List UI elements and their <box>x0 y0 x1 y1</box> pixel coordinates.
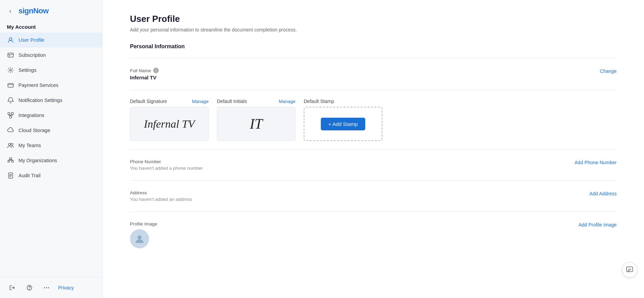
manage-initials-link[interactable]: Manage <box>279 99 295 104</box>
svg-point-0 <box>9 38 12 40</box>
default-stamp-box: + Add Stamp <box>304 107 382 141</box>
sidebar-item-label: Payment Services <box>18 82 58 88</box>
change-name-link[interactable]: Change <box>600 68 617 74</box>
payment-services-icon <box>7 81 14 89</box>
sidebar-item-cloud-storage[interactable]: Cloud Storage <box>0 123 102 138</box>
full-name-info: Full Name i Infernal TV <box>130 68 159 80</box>
divider-3 <box>130 149 617 150</box>
svg-rect-6 <box>11 113 13 115</box>
sidebar-item-label: Cloud Storage <box>18 128 50 133</box>
svg-point-16 <box>46 287 47 288</box>
sidebar-item-subscription[interactable]: Subscription <box>0 48 102 63</box>
user-profile-icon <box>7 36 14 44</box>
svg-rect-7 <box>10 116 12 118</box>
my-organizations-icon <box>7 157 14 164</box>
sidebar-item-user-profile[interactable]: User Profile <box>0 33 102 48</box>
profile-image-label: Profile Image <box>130 221 157 226</box>
subscription-icon <box>7 51 14 59</box>
default-signature-label: Default Signature <box>130 99 167 104</box>
address-empty: You haven't added an address <box>130 197 192 202</box>
audit-trail-icon <box>7 172 14 179</box>
main-content: User Profile Add your personal informati… <box>103 0 644 298</box>
sidebar-item-label: Settings <box>18 67 36 73</box>
sidebar-item-label: User Profile <box>18 37 44 43</box>
sidebar-item-payment-services[interactable]: Payment Services <box>0 78 102 93</box>
integrations-icon <box>7 112 14 119</box>
divider-1 <box>130 58 617 58</box>
sidebar-item-label: My Teams <box>18 143 41 148</box>
svg-rect-5 <box>8 113 10 115</box>
address-row: Address You haven't added an address Add… <box>130 189 617 203</box>
sidebar-item-notification-settings[interactable]: Notification Settings <box>0 93 102 108</box>
sidebar-footer: Privacy <box>0 277 102 298</box>
sidebar-item-label: Subscription <box>18 52 46 58</box>
help-button[interactable] <box>24 282 35 293</box>
phone-number-info: Phone Number You haven't added a phone n… <box>130 159 203 171</box>
svg-point-15 <box>44 287 45 288</box>
default-initials-label-row: Default Initials Manage <box>217 99 295 104</box>
add-stamp-button[interactable]: + Add Stamp <box>321 118 365 130</box>
add-profile-image-link[interactable]: Add Profile Image <box>579 221 617 228</box>
sidebar-item-label: Notification Settings <box>18 98 62 103</box>
page-title: User Profile <box>130 14 617 24</box>
initials-text: IT <box>250 116 262 132</box>
add-phone-number-link[interactable]: Add Phone Number <box>575 159 617 165</box>
sidebar-item-label: Integrations <box>18 113 44 118</box>
profile-image-placeholder <box>130 229 149 248</box>
add-address-link[interactable]: Add Address <box>590 190 617 196</box>
sidebar-item-my-organizations[interactable]: My Organizations <box>0 153 102 168</box>
default-initials-card: Default Initials Manage IT <box>217 99 295 141</box>
svg-point-3 <box>10 69 12 71</box>
svg-point-9 <box>11 143 13 145</box>
profile-image-info: Profile Image <box>130 221 157 248</box>
my-teams-icon <box>7 142 14 149</box>
sidebar-section-title: My Account <box>0 21 102 33</box>
full-name-info-icon[interactable]: i <box>153 68 159 73</box>
divider-4 <box>130 180 617 181</box>
default-initials-box: IT <box>217 107 295 141</box>
profile-image-row: Profile Image Add Profile Image <box>130 220 617 250</box>
logout-button[interactable] <box>7 282 18 293</box>
phone-number-label: Phone Number <box>130 159 203 164</box>
divider-5 <box>130 211 617 212</box>
default-stamp-label-row: Default Stamp <box>304 99 382 104</box>
default-stamp-card: Default Stamp + Add Stamp <box>304 99 382 141</box>
default-signature-label-row: Default Signature Manage <box>130 99 209 104</box>
svg-rect-4 <box>8 83 13 87</box>
sidebar-item-my-teams[interactable]: My Teams <box>0 138 102 153</box>
personal-information-title: Personal Information <box>130 43 617 50</box>
full-name-label: Full Name i <box>130 68 159 73</box>
full-name-row: Full Name i Infernal TV Change <box>130 66 617 82</box>
phone-number-empty: You haven't added a phone number <box>130 166 203 171</box>
divider-2 <box>130 90 617 90</box>
svg-point-8 <box>9 143 11 145</box>
sidebar-item-settings[interactable]: Settings <box>0 63 102 78</box>
phone-number-row: Phone Number You haven't added a phone n… <box>130 158 617 172</box>
signature-text: Infernal TV <box>144 118 195 130</box>
notification-settings-icon <box>7 96 14 104</box>
sidebar-item-label: Audit Trail <box>18 173 40 178</box>
address-info: Address You haven't added an address <box>130 190 192 202</box>
app-logo: signNow <box>18 7 49 15</box>
manage-signature-link[interactable]: Manage <box>192 99 209 104</box>
sidebar-item-label: My Organizations <box>18 158 57 163</box>
svg-point-17 <box>48 287 49 288</box>
sidebar: ‹ signNow My Account User Profile <box>0 0 103 298</box>
more-options-button[interactable] <box>41 282 52 293</box>
default-signature-card: Default Signature Manage Infernal TV <box>130 99 209 141</box>
default-initials-label: Default Initials <box>217 99 247 104</box>
privacy-link[interactable]: Privacy <box>58 285 74 290</box>
address-label: Address <box>130 190 192 195</box>
back-button[interactable]: ‹ <box>5 6 15 16</box>
full-name-value: Infernal TV <box>130 75 159 80</box>
sidebar-nav: User Profile Subscription Settings <box>0 33 102 277</box>
svg-rect-1 <box>8 53 13 57</box>
settings-icon <box>7 66 14 74</box>
sidebar-header: ‹ signNow <box>0 0 102 21</box>
sidebar-item-audit-trail[interactable]: Audit Trail <box>0 168 102 183</box>
default-signature-box: Infernal TV <box>130 107 209 141</box>
sidebar-item-integrations[interactable]: Integrations <box>0 108 102 123</box>
chat-button[interactable] <box>622 262 637 277</box>
cloud-storage-icon <box>7 127 14 134</box>
svg-rect-2 <box>9 55 10 56</box>
